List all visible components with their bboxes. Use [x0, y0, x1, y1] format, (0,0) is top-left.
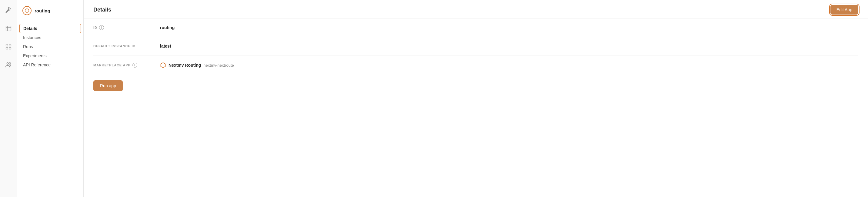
svg-rect-1 [6, 26, 11, 31]
svg-point-6 [7, 63, 8, 65]
detail-label-marketplace: MARKETPLACE APP i [93, 63, 160, 68]
detail-row-marketplace: MARKETPLACE APP i Nextmv Routing nextmv-… [93, 56, 858, 75]
detail-label-default-instance: DEFAULT INSTANCE ID [93, 44, 160, 48]
svg-rect-2 [6, 44, 7, 46]
svg-rect-5 [9, 47, 10, 49]
svg-rect-4 [6, 47, 7, 49]
sidebar-icon-rocket[interactable] [3, 5, 14, 16]
details-body: ID i routing DEFAULT INSTANCE ID latest … [84, 19, 868, 75]
run-app-section: Run app [84, 75, 868, 100]
sidebar-icon-cube[interactable] [3, 23, 14, 34]
detail-value-id: routing [160, 25, 175, 30]
nav-item-api-reference[interactable]: API Reference [17, 60, 83, 69]
detail-value-marketplace: Nextmv Routing nextmv-nextroute [160, 62, 234, 68]
detail-row-default-instance: DEFAULT INSTANCE ID latest [93, 37, 858, 56]
marketplace-hex-icon [160, 62, 166, 68]
svg-rect-3 [9, 44, 10, 46]
sidebar-icon-users[interactable] [3, 59, 14, 70]
info-icon-marketplace[interactable]: i [132, 63, 137, 68]
app-header: routing [17, 0, 83, 20]
detail-row-id: ID i routing [93, 19, 858, 37]
nav-item-details[interactable]: Details [20, 24, 81, 33]
sidebar-icon-grid[interactable] [3, 41, 14, 52]
main-content: Details Edit App ID i routing DEFAULT IN… [84, 0, 868, 197]
nav-sidebar: routing Details Instances Runs Experimen… [17, 0, 84, 197]
svg-point-0 [9, 8, 10, 9]
main-header: Details Edit App [84, 0, 868, 19]
edit-app-button[interactable]: Edit App [830, 5, 858, 14]
detail-value-default-instance: latest [160, 44, 171, 48]
app-name: routing [35, 8, 50, 13]
icon-sidebar [0, 0, 17, 197]
svg-point-7 [9, 63, 10, 65]
info-icon-id[interactable]: i [99, 25, 104, 30]
nav-item-experiments[interactable]: Experiments [17, 51, 83, 60]
nav-item-runs[interactable]: Runs [17, 42, 83, 51]
nav-menu: Details Instances Runs Experiments API R… [17, 20, 83, 73]
run-app-button[interactable]: Run app [93, 80, 123, 91]
app-icon [23, 6, 32, 15]
nav-item-instances[interactable]: Instances [17, 33, 83, 42]
page-title: Details [93, 7, 111, 13]
marketplace-sub: nextmv-nextroute [204, 63, 234, 68]
detail-label-id: ID i [93, 25, 160, 30]
